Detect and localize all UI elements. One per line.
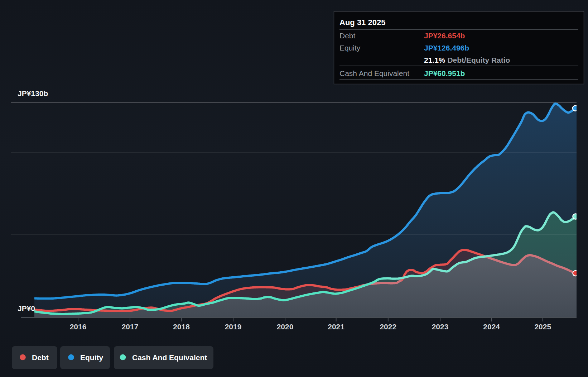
svg-text:2023: 2023 — [432, 323, 449, 331]
svg-text:JP¥0: JP¥0 — [18, 304, 35, 312]
svg-text:2019: 2019 — [225, 323, 242, 331]
svg-text:JP¥26.654b: JP¥26.654b — [424, 32, 465, 40]
svg-text:2024: 2024 — [483, 323, 500, 331]
svg-text:Debt: Debt — [339, 32, 356, 40]
svg-text:2022: 2022 — [380, 323, 396, 331]
svg-text:Debt: Debt — [32, 353, 49, 362]
svg-text:21.1% Debt/Equity Ratio: 21.1% Debt/Equity Ratio — [424, 56, 510, 64]
svg-text:2020: 2020 — [277, 323, 294, 331]
svg-text:2025: 2025 — [534, 323, 551, 331]
svg-text:Equity: Equity — [339, 44, 361, 52]
svg-text:Aug 31 2025: Aug 31 2025 — [339, 18, 385, 27]
svg-text:JP¥126.496b: JP¥126.496b — [424, 44, 469, 52]
svg-text:JP¥130b: JP¥130b — [18, 89, 48, 97]
svg-text:Equity: Equity — [80, 353, 103, 362]
svg-text:2016: 2016 — [70, 323, 87, 331]
svg-text:2018: 2018 — [173, 323, 190, 331]
svg-text:Cash And Equivalent: Cash And Equivalent — [339, 69, 409, 77]
svg-text:Cash And Equivalent: Cash And Equivalent — [132, 353, 207, 362]
svg-text:2017: 2017 — [122, 323, 139, 331]
svg-text:JP¥60.951b: JP¥60.951b — [424, 69, 465, 77]
svg-text:2021: 2021 — [328, 323, 344, 331]
